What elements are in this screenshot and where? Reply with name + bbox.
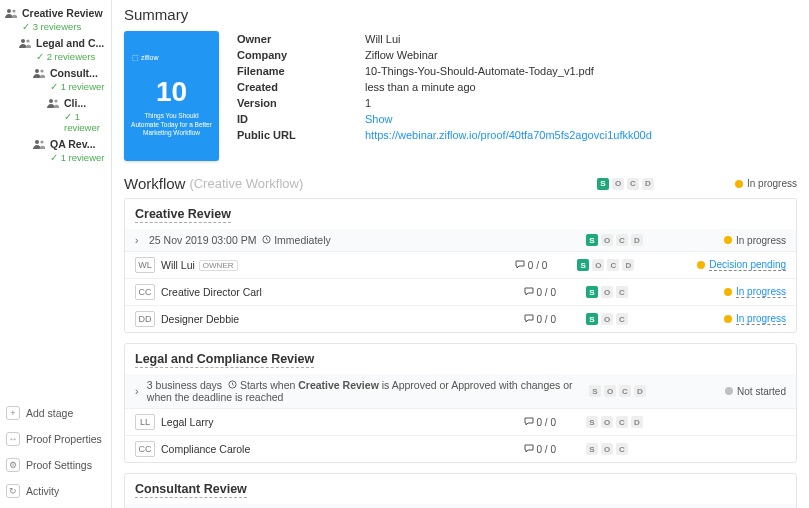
tree-node[interactable]: QA Rev...: [32, 135, 107, 153]
chevron-right-icon[interactable]: ›: [135, 385, 143, 397]
pill-c: C: [607, 259, 619, 271]
comment-count[interactable]: 0 / 0: [524, 314, 556, 325]
meta-link[interactable]: Show: [365, 113, 393, 125]
activity-icon: ↻: [6, 484, 20, 498]
svg-point-3: [26, 39, 29, 42]
meta-value: 1: [365, 97, 371, 109]
stage-title[interactable]: Creative Review: [135, 207, 231, 223]
svg-point-2: [21, 39, 25, 43]
pill-s: S: [577, 259, 589, 271]
meta-key: Company: [237, 49, 365, 61]
pill-s: S: [586, 416, 598, 428]
proof-settings-icon: ⚙: [6, 458, 20, 472]
meta-key: Owner: [237, 33, 365, 45]
workflow-header: Workflow (Creative Workflow) SOCD In pro…: [124, 175, 797, 192]
proof-properties-icon: ↔: [6, 432, 20, 446]
reviewer-status: In progress: [706, 286, 786, 298]
pill-c: C: [616, 313, 628, 325]
reviewer-pills: SOC: [586, 443, 646, 455]
reviewer-count: 1 reviewer: [50, 152, 107, 163]
proof-settings[interactable]: ⚙Proof Settings: [4, 452, 107, 478]
people-icon: [32, 138, 46, 150]
meta-value: Will Lui: [365, 33, 400, 45]
owner-tag: owner: [199, 260, 238, 271]
add-stage[interactable]: +Add stage: [4, 400, 107, 426]
pill-c: C: [616, 234, 628, 246]
svg-point-9: [40, 140, 43, 143]
reviewer-name[interactable]: Compliance Carole: [161, 443, 250, 455]
comment-count[interactable]: 0 / 0: [524, 444, 556, 455]
people-icon: [18, 37, 32, 49]
main-content: Summary ⬚ ziflow 10 Things You Should Au…: [112, 0, 809, 508]
stage-status: Not started: [706, 386, 786, 397]
sidebar: Creative Review 3 reviewers Legal and C.…: [0, 0, 112, 508]
add-stage-icon: +: [6, 406, 20, 420]
meta-key: Version: [237, 97, 365, 109]
reviewer-name[interactable]: Creative Director Carl: [161, 286, 262, 298]
reviewer-name[interactable]: Will Lui: [161, 259, 195, 271]
pill-s: S: [586, 443, 598, 455]
pill-o: O: [601, 234, 613, 246]
pill-c: C: [616, 286, 628, 298]
pill-c: C: [627, 178, 639, 190]
pill-d: D: [634, 385, 646, 397]
meta-value: Show: [365, 113, 393, 125]
pill-d: D: [622, 259, 634, 271]
avatar-initials: WL: [135, 257, 155, 273]
svg-point-7: [54, 99, 57, 102]
meta-key: Created: [237, 81, 365, 93]
stage-title[interactable]: Consultant Review: [135, 482, 247, 498]
people-icon: [32, 67, 46, 79]
tree-node[interactable]: Cli...: [46, 94, 107, 112]
reviewer-name[interactable]: Legal Larry: [161, 416, 214, 428]
pill-s: S: [586, 313, 598, 325]
reviewer-count: 3 reviewers: [22, 21, 107, 32]
reviewer-row: LL Legal Larry 0 / 0 SOCD: [125, 408, 796, 435]
reviewer-status: In progress: [706, 313, 786, 325]
pill-d: D: [631, 234, 643, 246]
comment-count[interactable]: 0 / 0: [515, 260, 547, 271]
stage-timing-row: › 3 business days Starts when Legal and …: [125, 504, 796, 508]
meta-value: https://webinar.ziflow.io/proof/40tfa70m…: [365, 129, 652, 141]
reviewer-name[interactable]: Designer Debbie: [161, 313, 239, 325]
svg-point-1: [12, 9, 15, 12]
pill-s: S: [597, 178, 609, 190]
pill-s: S: [589, 385, 601, 397]
proof-properties[interactable]: ↔Proof Properties: [4, 426, 107, 452]
reviewer-count: 2 reviewers: [36, 51, 107, 62]
pill-o: O: [601, 286, 613, 298]
tree-node[interactable]: Consult...: [32, 64, 107, 82]
proof-thumbnail[interactable]: ⬚ ziflow 10 Things You Should Automate T…: [124, 31, 219, 161]
people-icon: [46, 97, 60, 109]
comment-count[interactable]: 0 / 0: [524, 417, 556, 428]
pill-o: O: [604, 385, 616, 397]
pill-o: O: [612, 178, 624, 190]
stage-title[interactable]: Legal and Compliance Review: [135, 352, 314, 368]
svg-point-0: [7, 9, 11, 13]
chevron-right-icon[interactable]: ›: [135, 234, 145, 246]
comment-count[interactable]: 0 / 0: [524, 287, 556, 298]
svg-point-8: [35, 140, 39, 144]
pill-c: C: [616, 443, 628, 455]
workflow-pills: SOCD: [597, 178, 657, 190]
tree-node[interactable]: Creative Review: [4, 4, 107, 22]
pill-c: C: [616, 416, 628, 428]
pill-o: O: [592, 259, 604, 271]
meta-key: Public URL: [237, 129, 365, 141]
meta-value: Ziflow Webinar: [365, 49, 438, 61]
reviewer-row: WL Will Lui owner 0 / 0 SOCD Decision pe…: [125, 251, 796, 278]
avatar-initials: CC: [135, 284, 155, 300]
stage-tree: Creative Review 3 reviewers Legal and C.…: [4, 4, 107, 396]
meta-value: less than a minute ago: [365, 81, 476, 93]
reviewer-row: CC Creative Director Carl 0 / 0 SOC In p…: [125, 278, 796, 305]
reviewer-pills: SOCD: [577, 259, 637, 271]
pill-o: O: [601, 443, 613, 455]
stage-status: In progress: [706, 235, 786, 246]
activity[interactable]: ↻Activity: [4, 478, 107, 504]
meta-link[interactable]: https://webinar.ziflow.io/proof/40tfa70m…: [365, 129, 652, 141]
pill-s: S: [586, 234, 598, 246]
stage-timing-row: › 3 business days Starts when Creative R…: [125, 374, 796, 408]
tree-node[interactable]: Legal and C...: [18, 34, 107, 52]
svg-point-5: [40, 69, 43, 72]
stage: Legal and Compliance Review › 3 business…: [124, 343, 797, 463]
